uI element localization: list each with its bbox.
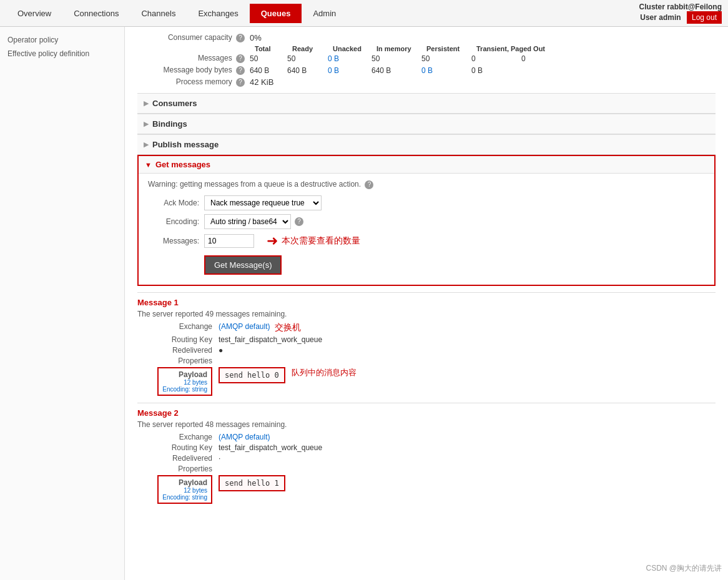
tab-channels[interactable]: Channels xyxy=(130,4,187,23)
cluster-info: Cluster rabbit@Feilong User admin Log ou… xyxy=(639,0,722,26)
col-inmemory-header: In memory xyxy=(376,45,426,52)
consumers-title: Consumers xyxy=(152,99,197,108)
message-1-routingkey-label: Routing Key xyxy=(137,335,219,344)
message-1-redelivered-row: Redelivered ● xyxy=(137,346,716,355)
message-2-section: Message 2 The server reported 48 message… xyxy=(137,403,716,511)
message-1-exchange-value: (AMQP default) xyxy=(219,322,270,331)
get-messages-title: Get messages xyxy=(155,160,210,169)
encoding-help-icon[interactable]: ? xyxy=(295,217,303,226)
message-1-title: Message 1 xyxy=(137,298,716,307)
consumers-toggle-icon: ▶ xyxy=(144,99,149,107)
get-messages-button[interactable]: Get Message(s) xyxy=(204,255,282,275)
get-messages-form: Warning: getting messages from a queue i… xyxy=(139,174,714,285)
messages-count-input[interactable] xyxy=(204,234,254,248)
message-2-payload-value: send hello 1 xyxy=(219,475,285,491)
bindings-toggle-icon: ▶ xyxy=(144,120,149,128)
encoding-row: Encoding: Auto string / base64 base64 ? xyxy=(148,214,705,229)
get-messages-section: ▼ Get messages Warning: getting messages… xyxy=(137,155,716,286)
cluster-label: Cluster xyxy=(639,2,665,11)
tab-queues[interactable]: Queues xyxy=(250,4,302,23)
consumer-capacity-value: 0% xyxy=(250,33,262,42)
tab-admin[interactable]: Admin xyxy=(302,4,347,23)
message-1-routingkey-row: Routing Key test_fair_dispatch_work_queu… xyxy=(137,335,716,344)
col-ready-header: Ready xyxy=(292,45,333,52)
body-bytes-label: Message body bytes ? xyxy=(137,66,250,75)
msg-persistent: 50 xyxy=(421,54,471,63)
sidebar-item-effective-policy[interactable]: Effective policy definition xyxy=(0,47,124,61)
messages-label: Messages ? xyxy=(137,54,250,63)
message-2-title: Message 2 xyxy=(137,408,716,418)
encoding-label: Encoding: xyxy=(148,217,204,226)
body-bytes-help-icon[interactable]: ? xyxy=(236,66,245,75)
publish-message-panel: ▶ Publish message xyxy=(137,134,716,155)
message-2-properties-label: Properties xyxy=(137,464,219,473)
msg-paged: 0 xyxy=(521,54,546,63)
consumer-capacity-row: Consumer capacity ? 0% xyxy=(137,33,716,42)
message-2-routingkey-label: Routing Key xyxy=(137,443,219,452)
publish-message-title: Publish message xyxy=(152,140,219,149)
process-memory-row: Process memory ? 42 KiB xyxy=(137,77,716,87)
consumer-capacity-help-icon[interactable]: ? xyxy=(236,34,245,42)
logout-button[interactable]: Log out xyxy=(687,11,722,24)
message-2-remaining: The server reported 48 messages remainin… xyxy=(137,420,716,429)
message-1-payload-bytes: 12 bytes xyxy=(162,379,207,386)
message-1-redelivered-label: Redelivered xyxy=(137,346,219,355)
message-1-payload-label-inner: Payload 12 bytes Encoding: string xyxy=(157,367,212,396)
consumers-header[interactable]: ▶ Consumers xyxy=(137,94,716,114)
ack-mode-row: Ack Mode: Nack message requeue true Nack… xyxy=(148,195,705,210)
message-2-exchange-value: (AMQP default) xyxy=(219,433,270,441)
publish-message-header[interactable]: ▶ Publish message xyxy=(137,135,716,155)
bytes-total: 640 B xyxy=(250,66,287,75)
message-1-routingkey-value: test_fair_dispatch_work_queue xyxy=(219,335,322,344)
bytes-persistent: 0 B xyxy=(421,66,471,75)
sidebar: Operator policy Effective policy definit… xyxy=(0,27,125,580)
messages-data-row: 50 50 0 B 50 50 0 0 xyxy=(250,54,546,63)
message-1-section: Message 1 The server reported 49 message… xyxy=(137,292,716,403)
body-bytes-data-row: 640 B 640 B 0 B 640 B 0 B 0 B xyxy=(250,66,521,75)
bytes-inmemory: 640 B xyxy=(371,66,421,75)
cluster-name: rabbit@Feilong xyxy=(667,2,722,11)
message-1-properties-row: Properties xyxy=(137,356,716,365)
sidebar-item-operator-policy[interactable]: Operator policy xyxy=(0,33,124,47)
message-2-routingkey-value: test_fair_dispatch_work_queue xyxy=(219,443,322,452)
bindings-panel: ▶ Bindings xyxy=(137,114,716,134)
main-content: Operator policy Effective policy definit… xyxy=(0,27,728,580)
messages-count-label: Messages: xyxy=(148,237,204,245)
warning-help-icon[interactable]: ? xyxy=(365,180,373,189)
user-name: admin xyxy=(659,13,681,22)
message-2-properties-row: Properties xyxy=(137,464,716,473)
column-headers: Total Ready Unacked In memory Persistent… xyxy=(250,45,716,52)
bytes-unacked: 0 B xyxy=(328,66,371,75)
consumers-panel: ▶ Consumers xyxy=(137,93,716,114)
message-2-redelivered-row: Redelivered · xyxy=(137,454,716,463)
col-persistent-header: Persistent xyxy=(426,45,476,52)
message-1-exchange-label: Exchange xyxy=(137,322,219,331)
message-2-exchange-label: Exchange xyxy=(137,433,219,441)
get-messages-header[interactable]: ▼ Get messages xyxy=(139,156,714,174)
ack-mode-select[interactable]: Nack message requeue true Nack message r… xyxy=(204,195,322,210)
message-1-payload-main: Payload xyxy=(162,370,207,379)
content-area: Consumer capacity ? 0% Total Ready Unack… xyxy=(125,27,728,580)
top-bar: Overview Connections Channels Exchanges … xyxy=(0,0,728,27)
message-1-payload-encoding: Encoding: string xyxy=(162,386,207,393)
tab-connections[interactable]: Connections xyxy=(62,4,130,23)
arrow-icon: ➜ xyxy=(267,233,278,249)
message-2-exchange-row: Exchange (AMQP default) xyxy=(137,433,716,441)
tab-overview[interactable]: Overview xyxy=(6,4,62,23)
message-2-fields: Exchange (AMQP default) Routing Key test… xyxy=(137,433,716,504)
get-button-row: Get Message(s) xyxy=(148,253,705,275)
user-label: User xyxy=(640,13,657,22)
msg-ready: 50 xyxy=(287,54,328,63)
tab-exchanges[interactable]: Exchanges xyxy=(187,4,249,23)
publish-message-toggle-icon: ▶ xyxy=(144,140,149,149)
bindings-title: Bindings xyxy=(152,119,187,129)
message-1-payload-annotation: 队列中的消息内容 xyxy=(292,367,357,378)
bindings-header[interactable]: ▶ Bindings xyxy=(137,114,716,134)
message-1-redelivered-value: ● xyxy=(219,346,223,355)
encoding-select[interactable]: Auto string / base64 base64 xyxy=(204,214,291,229)
messages-count-row: Messages: ➜ 本次需要查看的数量 xyxy=(148,233,705,249)
messages-help-icon[interactable]: ? xyxy=(236,54,245,63)
watermark: CSDN @胸大的请先讲 xyxy=(646,563,722,574)
msg-unacked: 0 B xyxy=(328,54,371,63)
process-memory-help-icon[interactable]: ? xyxy=(236,78,245,87)
